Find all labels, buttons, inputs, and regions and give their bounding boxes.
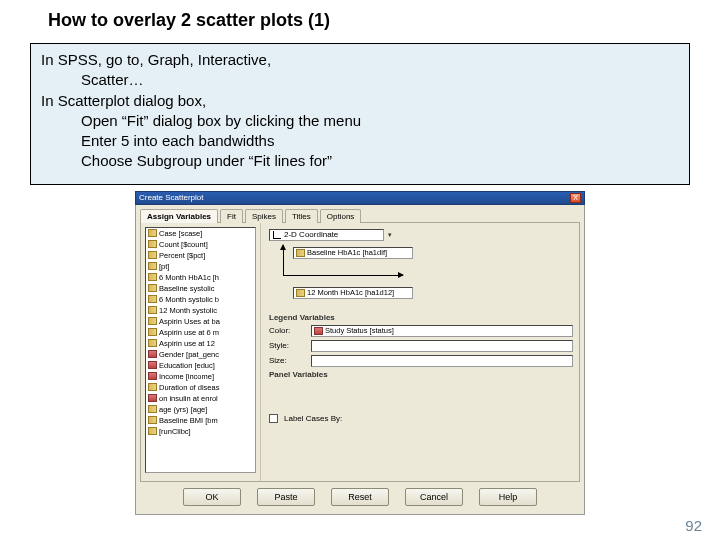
- list-item[interactable]: Income [income]: [146, 371, 255, 382]
- cancel-button[interactable]: Cancel: [405, 488, 463, 506]
- color-var-text: Study Status [status]: [325, 325, 394, 337]
- dialog-title: Create Scatterplot: [139, 193, 203, 202]
- list-item[interactable]: Duration of diseas: [146, 382, 255, 393]
- note-line: Choose Subgroup under “Fit lines for”: [41, 151, 679, 171]
- list-item[interactable]: Gender [pat_genc: [146, 349, 255, 360]
- list-item[interactable]: 6 Month HbA1c [h: [146, 272, 255, 283]
- note-line: In Scatterplot dialog box,: [41, 91, 679, 111]
- list-item[interactable]: Count [$count]: [146, 239, 255, 250]
- scale-icon: [148, 240, 157, 248]
- scale-icon: [148, 339, 157, 347]
- list-item[interactable]: [runCllbc]: [146, 426, 255, 437]
- var-label: Baseline BMI [bm: [159, 416, 218, 425]
- scale-icon: [296, 289, 305, 297]
- scale-icon: [148, 317, 157, 325]
- var-label: on insulin at enrol: [159, 394, 218, 403]
- y-axis-arrow-icon: [283, 245, 284, 275]
- axis-preview: Baseline HbA1c [ha1dif] 12 Month HbA1c […: [275, 245, 573, 309]
- tab-spikes[interactable]: Spikes: [245, 209, 283, 223]
- tab-fit[interactable]: Fit: [220, 209, 243, 223]
- y-var-text: Baseline HbA1c [ha1dif]: [307, 247, 387, 259]
- coord-label: 2-D Coordinate: [284, 229, 338, 241]
- var-label: Case [scase]: [159, 229, 202, 238]
- variable-list-panel: Case [scase] Count [$count] Percent [$pc…: [141, 223, 261, 481]
- nominal-icon: [148, 350, 157, 358]
- label-cases-checkbox[interactable]: [269, 414, 278, 423]
- scale-icon: [148, 306, 157, 314]
- list-item[interactable]: Baseline systolic: [146, 283, 255, 294]
- scale-icon: [148, 405, 157, 413]
- panel-variable-well[interactable]: [269, 381, 573, 405]
- var-label: [pt]: [159, 262, 169, 271]
- style-label: Style:: [269, 341, 305, 350]
- size-label: Size:: [269, 356, 305, 365]
- x-axis-arrow-icon: [283, 275, 403, 276]
- list-item[interactable]: [pt]: [146, 261, 255, 272]
- help-button[interactable]: Help: [479, 488, 537, 506]
- list-item[interactable]: age (yrs) [age]: [146, 404, 255, 415]
- var-label: Aspirin use at 12: [159, 339, 215, 348]
- button-bar: OK Paste Reset Cancel Help: [140, 482, 580, 514]
- size-variable-well[interactable]: [311, 355, 573, 367]
- list-item[interactable]: 6 Month systolic b: [146, 294, 255, 305]
- color-variable-well[interactable]: Study Status [status]: [311, 325, 573, 337]
- instruction-box: In SPSS, go to, Graph, Interactive, Scat…: [30, 43, 690, 185]
- var-label: 6 Month systolic b: [159, 295, 219, 304]
- close-button[interactable]: X: [570, 193, 581, 203]
- axes-icon: [273, 231, 281, 239]
- assignment-panel: 2-D Coordinate ▾ Baseline HbA1c [ha1dif]…: [261, 223, 579, 481]
- list-item[interactable]: Case [scase]: [146, 228, 255, 239]
- x-var-text: 12 Month HbA1c [ha1d12]: [307, 287, 394, 299]
- nominal-icon: [148, 394, 157, 402]
- var-label: 6 Month HbA1c [h: [159, 273, 219, 282]
- var-label: Percent [$pct]: [159, 251, 205, 260]
- var-label: age (yrs) [age]: [159, 405, 207, 414]
- reset-button[interactable]: Reset: [331, 488, 389, 506]
- var-label: Duration of diseas: [159, 383, 219, 392]
- scale-icon: [148, 416, 157, 424]
- tab-assign-variables[interactable]: Assign Variables: [140, 209, 218, 223]
- note-line: Scatter…: [41, 70, 679, 90]
- list-item[interactable]: Aspirin use at 12: [146, 338, 255, 349]
- list-item[interactable]: 12 Month systolic: [146, 305, 255, 316]
- dialog-titlebar[interactable]: Create Scatterplot X: [135, 191, 585, 205]
- note-line: In SPSS, go to, Graph, Interactive,: [41, 50, 679, 70]
- list-item[interactable]: Aspirin use at 6 m: [146, 327, 255, 338]
- color-label: Color:: [269, 326, 305, 335]
- label-cases-well[interactable]: [348, 413, 573, 425]
- scale-icon: [148, 383, 157, 391]
- var-label: [runCllbc]: [159, 427, 191, 436]
- dialog-body: Assign Variables Fit Spikes Titles Optio…: [135, 205, 585, 515]
- scale-icon: [148, 295, 157, 303]
- list-item[interactable]: Percent [$pct]: [146, 250, 255, 261]
- scale-icon: [296, 249, 305, 257]
- ok-button[interactable]: OK: [183, 488, 241, 506]
- tab-options[interactable]: Options: [320, 209, 362, 223]
- list-item[interactable]: Baseline BMI [bm: [146, 415, 255, 426]
- list-item[interactable]: Aspirin Uses at ba: [146, 316, 255, 327]
- scale-icon: [148, 427, 157, 435]
- paste-button[interactable]: Paste: [257, 488, 315, 506]
- var-label: Aspirin use at 6 m: [159, 328, 219, 337]
- variable-list[interactable]: Case [scase] Count [$count] Percent [$pc…: [145, 227, 256, 473]
- note-line: Enter 5 into each bandwidths: [41, 131, 679, 151]
- nominal-icon: [148, 361, 157, 369]
- legend-section-label: Legend Variables: [269, 313, 573, 322]
- x-variable-well[interactable]: 12 Month HbA1c [ha1d12]: [293, 287, 413, 299]
- scale-icon: [148, 328, 157, 336]
- scale-icon: [148, 229, 157, 237]
- style-variable-well[interactable]: [311, 340, 573, 352]
- slide-title: How to overlay 2 scatter plots (1): [0, 0, 720, 35]
- coord-type-dropdown[interactable]: 2-D Coordinate: [269, 229, 384, 241]
- y-variable-well[interactable]: Baseline HbA1c [ha1dif]: [293, 247, 413, 259]
- note-line: Open “Fit” dialog box by clicking the me…: [41, 111, 679, 131]
- var-label: Aspirin Uses at ba: [159, 317, 220, 326]
- tab-titles[interactable]: Titles: [285, 209, 318, 223]
- var-label: Baseline systolic: [159, 284, 214, 293]
- list-item[interactable]: Education [educ]: [146, 360, 255, 371]
- scatterplot-dialog: Create Scatterplot X Assign Variables Fi…: [135, 191, 585, 515]
- chevron-down-icon[interactable]: ▾: [388, 231, 392, 239]
- list-item[interactable]: on insulin at enrol: [146, 393, 255, 404]
- var-label: Education [educ]: [159, 361, 215, 370]
- var-label: Income [income]: [159, 372, 214, 381]
